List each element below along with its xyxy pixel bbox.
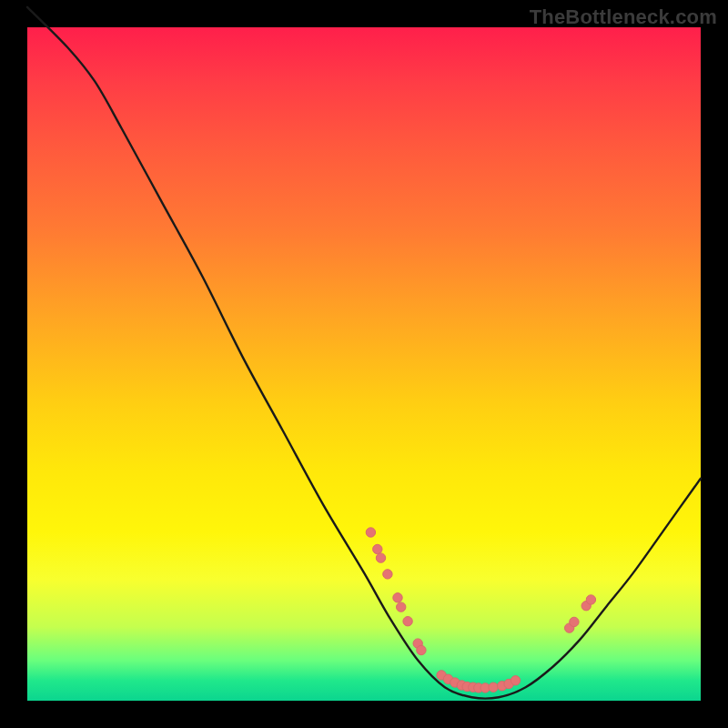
curve-path bbox=[27, 7, 701, 699]
data-marker bbox=[373, 544, 382, 553]
data-marker bbox=[403, 617, 412, 626]
chart-frame: TheBottleneck.com bbox=[0, 0, 728, 728]
data-marker bbox=[511, 676, 520, 685]
watermark-text: TheBottleneck.com bbox=[530, 5, 717, 29]
data-marker bbox=[570, 617, 579, 626]
marker-group bbox=[366, 528, 595, 693]
data-marker bbox=[366, 528, 375, 537]
bottleneck-curve bbox=[27, 27, 701, 701]
data-marker bbox=[383, 570, 392, 579]
data-marker bbox=[417, 645, 426, 654]
data-marker bbox=[397, 602, 406, 612]
data-marker bbox=[586, 595, 595, 604]
data-marker bbox=[376, 553, 385, 562]
plot-area bbox=[27, 27, 701, 701]
data-marker bbox=[489, 682, 498, 692]
data-marker bbox=[393, 593, 402, 602]
